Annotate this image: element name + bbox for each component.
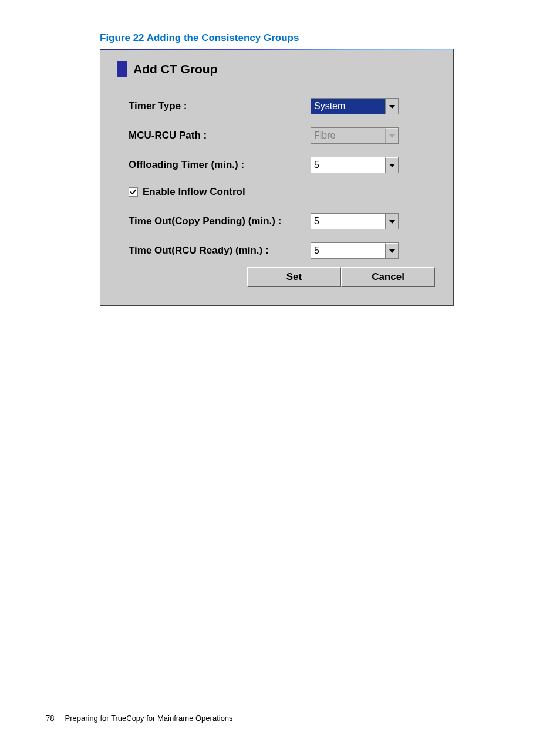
- offloading-timer-label: Offloading Timer (min.) :: [129, 159, 311, 171]
- chevron-down-icon[interactable]: [385, 157, 398, 173]
- cancel-button[interactable]: Cancel: [341, 267, 435, 287]
- add-ct-group-dialog: Add CT Group Timer Type : System MCU-RCU…: [100, 49, 454, 306]
- page-number: 78: [46, 714, 54, 723]
- title-marker-icon: [117, 61, 127, 77]
- timeout-copy-pending-dropdown[interactable]: 5: [311, 213, 399, 229]
- figure-caption: Figure 22 Adding the Consistency Groups: [100, 32, 560, 44]
- offloading-timer-dropdown[interactable]: 5: [311, 157, 399, 173]
- page-footer: 78 Preparing for TrueCopy for Mainframe …: [46, 714, 233, 723]
- timer-type-label: Timer Type :: [129, 100, 311, 112]
- set-button[interactable]: Set: [247, 267, 341, 287]
- chevron-down-icon[interactable]: [385, 214, 398, 229]
- timeout-rcu-ready-label: Time Out(RCU Ready) (min.) :: [129, 245, 311, 256]
- enable-inflow-label: Enable Inflow Control: [143, 186, 245, 198]
- chevron-down-icon[interactable]: [385, 99, 398, 114]
- check-icon: [130, 188, 136, 195]
- mcu-rcu-path-value: Fibre: [311, 128, 385, 143]
- mcu-rcu-path-dropdown: Fibre: [311, 127, 399, 144]
- dialog-title: Add CT Group: [133, 62, 217, 76]
- enable-inflow-checkbox[interactable]: [129, 187, 138, 197]
- chevron-down-icon: [385, 128, 398, 143]
- timeout-copy-pending-value: 5: [311, 214, 385, 229]
- timeout-copy-pending-label: Time Out(Copy Pending) (min.) :: [129, 215, 311, 227]
- chevron-down-icon[interactable]: [385, 243, 398, 258]
- offloading-timer-value: 5: [311, 157, 385, 173]
- timeout-rcu-ready-value: 5: [311, 243, 385, 258]
- mcu-rcu-path-label: MCU-RCU Path :: [129, 130, 311, 141]
- section-title: Preparing for TrueCopy for Mainframe Ope…: [65, 714, 232, 723]
- timer-type-dropdown[interactable]: System: [311, 98, 399, 114]
- timer-type-value: System: [311, 99, 385, 114]
- timeout-rcu-ready-dropdown[interactable]: 5: [311, 242, 399, 259]
